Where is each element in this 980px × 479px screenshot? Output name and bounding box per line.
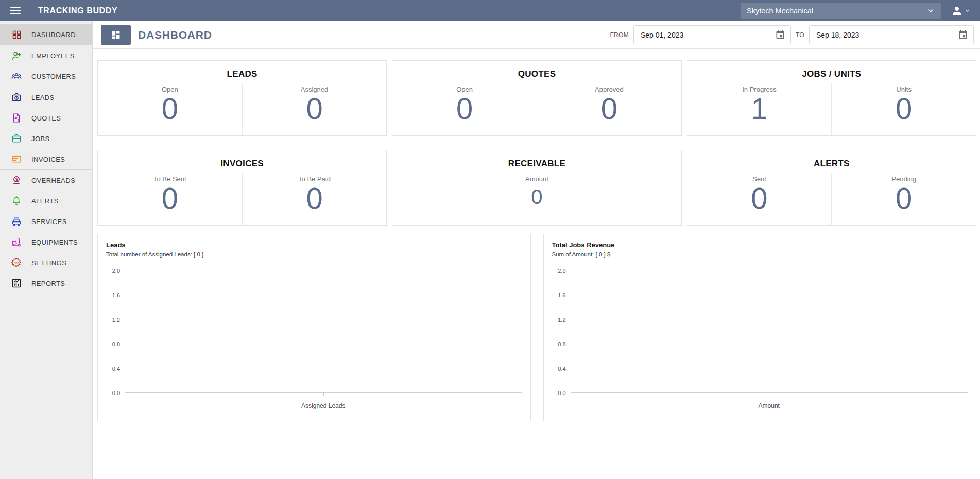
to-date-value: Sep 18, 2023 — [816, 31, 859, 39]
dashboard-header-icon — [101, 25, 131, 45]
x-axis-label: Amount — [759, 402, 780, 409]
stat-value: 0 — [896, 183, 912, 213]
sidebar-item-leads[interactable]: LEADS — [0, 87, 92, 108]
stat-columns: Open0Assigned0 — [98, 83, 386, 135]
hamburger-menu-icon[interactable] — [10, 7, 22, 14]
sidebar-item-invoices[interactable]: INVOICES — [0, 149, 92, 169]
dashboard-icon — [10, 28, 23, 41]
svg-text:$: $ — [15, 177, 18, 182]
chart-card-leads: LeadsTotal number of Assigned Leads: [ 0… — [97, 234, 531, 421]
sidebar-item-label: QUOTES — [31, 114, 61, 122]
stat-column: To Be Paid0 — [242, 173, 387, 225]
y-tick-label: 2.0 — [558, 268, 565, 274]
sidebar-item-customers[interactable]: CUSTOMERS — [0, 66, 92, 87]
svg-text:$: $ — [18, 118, 20, 123]
from-date-value: Sep 01, 2023 — [641, 31, 683, 39]
stat-column: Sent0 — [687, 173, 832, 225]
stat-card-title: QUOTES — [392, 69, 681, 79]
dashboard-content: LEADSOpen0Assigned0QUOTESOpen0Approved0J… — [93, 49, 980, 479]
x-axis-label-row: Assigned Leads — [125, 402, 522, 409]
y-tick-label: 0.0 — [558, 390, 565, 396]
stat-columns: In Progress1Units0 — [687, 83, 976, 135]
user-menu[interactable] — [941, 5, 980, 17]
sidebar-item-jobs[interactable]: JOBS — [0, 128, 92, 149]
sidebar-item-reports[interactable]: REPORTS — [0, 273, 92, 294]
employee-add-icon — [10, 49, 23, 62]
stat-card-title: ALERTS — [687, 159, 976, 169]
chevron-down-icon — [965, 8, 970, 13]
y-tick-label: 0.8 — [558, 341, 565, 347]
stat-card-title: JOBS / UNITS — [687, 69, 976, 79]
chart-card-total-jobs-revenue: Total Jobs RevenueSum of Amount: [ 0 ] $… — [543, 234, 977, 421]
customers-group-icon — [10, 70, 23, 82]
sidebar-item-employees[interactable]: EMPLOYEES — [0, 45, 92, 66]
y-tick-label: 0.8 — [112, 341, 120, 347]
y-axis-ticks: 2.01.61.20.80.40.0 — [552, 268, 571, 396]
y-tick-label: 1.6 — [558, 292, 565, 298]
sidebar-item-dashboard[interactable]: DASHBOARD — [0, 24, 92, 45]
stat-value: 0 — [751, 183, 767, 213]
svg-text:</>: </> — [14, 261, 20, 264]
plot: 2.01.61.20.80.40.0 — [552, 270, 968, 396]
stat-column: To Be Sent0 — [98, 173, 242, 225]
sidebar-item-label: ALERTS — [31, 197, 59, 205]
to-date-input[interactable]: Sep 18, 2023 — [809, 25, 974, 44]
sidebar: DASHBOARDEMPLOYEESCUSTOMERSLEADS$QUOTESJ… — [0, 21, 93, 479]
user-avatar-icon — [951, 5, 963, 17]
from-label: FROM — [610, 31, 629, 39]
y-tick-label: 0.4 — [558, 366, 565, 372]
y-tick-label: 1.2 — [558, 317, 565, 323]
stat-card-jobs-units: JOBS / UNITSIn Progress1Units0 — [687, 60, 976, 136]
sidebar-item-quotes[interactable]: $QUOTES — [0, 108, 92, 128]
stat-card-title: LEADS — [98, 69, 386, 79]
stat-value: 0 — [306, 94, 322, 124]
stat-columns: Amount0 — [392, 173, 681, 225]
plot: 2.01.61.20.80.40.0 — [106, 270, 522, 396]
sidebar-item-equipments[interactable]: EQUIPMENTS — [0, 232, 92, 252]
stat-value: 0 — [531, 186, 542, 207]
top-bar: TRACKING BUDDY Skytech Mechanical — [0, 0, 980, 21]
stat-column: Assigned0 — [242, 83, 387, 135]
stat-column: Open0 — [98, 83, 242, 135]
y-tick-label: 1.2 — [112, 317, 120, 323]
charts-row: LeadsTotal number of Assigned Leads: [ 0… — [97, 234, 976, 421]
calendar-icon[interactable] — [775, 30, 785, 40]
app-title: TRACKING BUDDY — [38, 6, 117, 15]
x-axis-label-row: Amount — [571, 402, 968, 409]
stat-value: 0 — [456, 94, 473, 124]
x-axis-label: Assigned Leads — [301, 402, 345, 409]
lead-bag-clock-icon — [10, 91, 23, 104]
stat-card-invoices: INVOICESTo Be Sent0To Be Paid0 — [97, 150, 387, 226]
sidebar-item-settings[interactable]: </>SETTINGS — [0, 252, 92, 273]
company-selector[interactable]: Skytech Mechanical — [741, 3, 941, 19]
date-range-filter: FROM Sep 01, 2023 TO Sep 18, 2023 — [610, 25, 980, 44]
stat-column: Open0 — [392, 83, 537, 135]
y-tick-label: 1.6 — [112, 292, 120, 298]
quote-document-dollar-icon: $ — [10, 112, 23, 124]
y-tick-label: 0.4 — [112, 366, 120, 372]
overheads-coin-icon: $ — [10, 174, 23, 186]
stat-value: 0 — [896, 94, 912, 124]
sidebar-item-label: EQUIPMENTS — [31, 238, 78, 246]
stat-card-quotes: QUOTESOpen0Approved0 — [392, 60, 681, 136]
chevron-down-icon — [926, 7, 935, 15]
plot-area — [125, 270, 522, 393]
calendar-icon[interactable] — [958, 30, 968, 40]
reports-chart-icon — [10, 277, 23, 289]
sidebar-item-services[interactable]: SERVICES — [0, 211, 92, 232]
equipments-trolley-icon — [10, 236, 23, 248]
sidebar-item-alerts[interactable]: ALERTS — [0, 191, 92, 211]
stat-value: 0 — [162, 183, 178, 213]
sidebar-item-label: DASHBOARD — [31, 31, 76, 39]
from-date-input[interactable]: Sep 01, 2023 — [633, 25, 791, 44]
services-car-icon — [10, 215, 23, 228]
sidebar-item-overheads[interactable]: $OVERHEADS — [0, 170, 92, 191]
y-tick-label: 2.0 — [112, 268, 120, 274]
stat-card-receivable: RECEIVABLEAmount0 — [392, 150, 681, 226]
plot-area — [571, 270, 968, 393]
page-title: DASHBOARD — [138, 29, 212, 41]
y-axis-ticks: 2.01.61.20.80.40.0 — [106, 268, 125, 396]
sidebar-item-label: REPORTS — [31, 280, 65, 287]
stat-column: Pending0 — [831, 173, 976, 225]
stat-column: Approved0 — [537, 83, 681, 135]
